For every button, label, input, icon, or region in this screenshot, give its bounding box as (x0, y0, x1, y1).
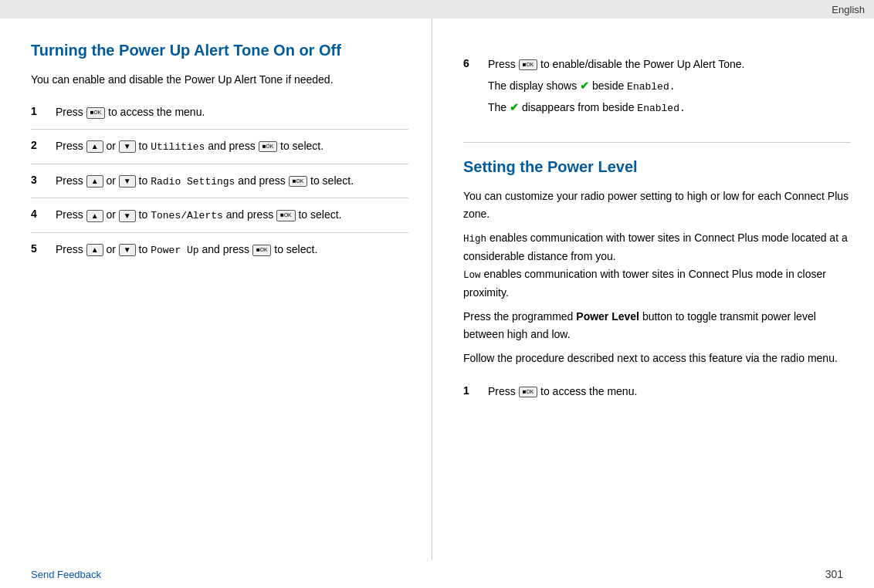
step-6-line2: The display shows ✔ beside Enabled. (488, 77, 851, 96)
content-area: Turning the Power Up Alert Tone On or Of… (0, 19, 874, 560)
step-2-content: Press ▲ or ▼ to Utilities and press ■OK … (49, 137, 408, 156)
step-5-num: 5 (31, 241, 49, 255)
step-3-num: 3 (31, 172, 49, 186)
step-1-num: 1 (31, 103, 49, 117)
left-steps: 1 Press ■OK to access the menu. 2 Press … (31, 96, 408, 267)
power-level-step-1-content: Press ■OK to access the menu. (482, 383, 851, 400)
left-title: Turning the Power Up Alert Tone On or Of… (31, 40, 408, 60)
step-6-num: 6 (463, 56, 482, 69)
step-2-code: Utilities (151, 141, 205, 153)
step-2: 2 Press ▲ or ▼ to Utilities and press ■O… (31, 130, 408, 164)
arrow-up-icon: ▲ (86, 140, 103, 153)
step-3-content: Press ▲ or ▼ to Radio Settings and press… (49, 172, 408, 191)
right-steps-top: 6 Press ■OK to enable/disable the Power … (463, 48, 851, 128)
low-label: Low (463, 270, 481, 281)
ok-button-icon: ■OK (86, 107, 105, 118)
low-text: enables communication with tower sites i… (463, 268, 826, 299)
step-1-content: Press ■OK to access the menu. (49, 103, 408, 120)
step-4-num: 4 (31, 206, 49, 220)
step-5-code: Power Up (151, 245, 198, 256)
power-level-para3: Press the programmed Power Level button … (463, 308, 851, 343)
arrow-up-icon: ▲ (86, 244, 103, 256)
left-column: Turning the Power Up Alert Tone On or Of… (0, 19, 432, 560)
language-label: English (832, 4, 865, 15)
ok-button-icon: ■OK (252, 245, 271, 255)
left-intro: You can enable and disable the Power Up … (31, 71, 408, 88)
step-4-content: Press ▲ or ▼ to Tones/Alerts and press ■… (49, 206, 408, 225)
power-level-step-1-num: 1 (463, 383, 482, 397)
arrow-up-icon: ▲ (86, 210, 103, 222)
right-column: 6 Press ■OK to enable/disable the Power … (432, 19, 874, 560)
ok-button-icon: ■OK (519, 59, 537, 70)
power-level-para2: High enables communication with tower si… (463, 229, 851, 301)
checkmark-icon-2: ✔ (510, 101, 519, 113)
section-divider (463, 142, 851, 143)
step-6: 6 Press ■OK to enable/disable the Power … (463, 48, 851, 128)
enabled-code-1: Enabled. (627, 81, 675, 93)
arrow-down-icon: ▼ (119, 244, 136, 256)
enabled-code-2: Enabled. (637, 103, 685, 114)
high-text: enables communication with tower sites i… (463, 231, 848, 262)
step-4: 4 Press ▲ or ▼ to Tones/Alerts and press… (31, 198, 408, 233)
top-bar: English (0, 0, 874, 19)
page-number: 301 (825, 568, 843, 580)
power-level-step-1: 1 Press ■OK to access the menu. (463, 375, 851, 407)
power-level-para1: You can customize your radio power setti… (463, 188, 851, 223)
arrow-down-icon: ▼ (119, 140, 136, 153)
step-4-code: Tones/Alerts (151, 210, 223, 221)
step-5-content: Press ▲ or ▼ to Power Up and press ■OK t… (49, 241, 408, 259)
power-level-steps: 1 Press ■OK to access the menu. (463, 375, 851, 407)
arrow-down-icon: ▼ (119, 175, 136, 188)
power-level-para4: Follow the procedure described next to a… (463, 350, 851, 367)
ok-button-icon: ■OK (259, 141, 277, 152)
high-label: High (463, 234, 486, 245)
step-6-line3: The ✔ disappears from beside Enabled. (488, 99, 851, 117)
ok-button-icon: ■OK (289, 176, 307, 187)
step-1: 1 Press ■OK to access the menu. (31, 96, 408, 129)
power-level-bold: Power Level (576, 310, 639, 323)
checkmark-icon: ✔ (580, 79, 589, 92)
ok-button-icon: ■OK (276, 210, 295, 221)
step-5: 5 Press ▲ or ▼ to Power Up and press ■OK… (31, 233, 408, 267)
step-6-line1: Press ■OK to enable/disable the Power Up… (488, 56, 851, 74)
step-2-num: 2 (31, 137, 49, 151)
ok-button-icon: ■OK (519, 387, 537, 397)
step-6-content: Press ■OK to enable/disable the Power Up… (482, 56, 851, 120)
step-3: 3 Press ▲ or ▼ to Radio Settings and pre… (31, 164, 408, 199)
footer: Send Feedback 301 (0, 560, 874, 588)
send-feedback-link[interactable]: Send Feedback (31, 569, 101, 580)
step-3-code: Radio Settings (151, 176, 235, 188)
arrow-down-icon: ▼ (119, 210, 136, 222)
power-level-title: Setting the Power Level (463, 157, 851, 177)
arrow-up-icon: ▲ (86, 175, 103, 188)
